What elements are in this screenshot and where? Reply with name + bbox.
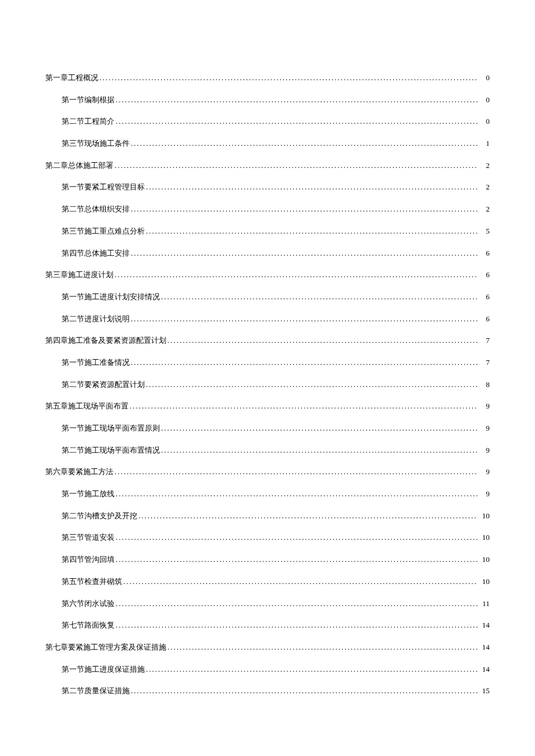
toc-entry: 第二节工程简介0 [45, 110, 490, 132]
toc-page-number: 0 [479, 67, 490, 89]
toc-leader-dots [146, 220, 478, 242]
toc-page-number: 14 [479, 658, 490, 680]
toc-leader-dots [146, 176, 478, 198]
toc-entry: 第二节质量保证措施15 [45, 680, 490, 702]
toc-title: 第二节进度计划说明 [62, 308, 130, 330]
toc-page-number: 9 [479, 461, 490, 483]
toc-entry: 第五节检查井砌筑10 [45, 571, 490, 593]
toc-entry: 第三节施工重点难点分析5 [45, 220, 490, 242]
toc-entry: 第一节编制根据0 [45, 89, 490, 111]
toc-title: 第三节管道安装 [62, 526, 115, 549]
toc-page-number: 10 [479, 505, 490, 527]
toc-leader-dots [116, 549, 478, 571]
toc-page-number: 7 [479, 352, 490, 374]
toc-entry: 第四节总体施工安排6 [45, 242, 490, 264]
toc-page-number: 2 [479, 198, 490, 220]
toc-entry: 第三节管道安装10 [45, 526, 490, 549]
toc-title: 第一节施工准备情况 [62, 352, 130, 374]
toc-page-number: 10 [479, 571, 490, 593]
toc-entry: 第一节施工进度计划安排情况6 [45, 286, 490, 308]
toc-title: 第二节工程简介 [62, 110, 115, 132]
toc-entry: 第一章工程概况0 [45, 67, 490, 89]
toc-leader-dots [131, 352, 478, 374]
toc-leader-dots [116, 110, 478, 132]
toc-leader-dots [116, 483, 478, 505]
toc-page-number: 15 [479, 680, 490, 702]
toc-page-number: 14 [479, 614, 490, 636]
toc-leader-dots [138, 505, 478, 527]
toc-title: 第三节现场施工条件 [62, 132, 130, 155]
toc-leader-dots [115, 155, 478, 177]
toc-leader-dots [130, 395, 478, 417]
toc-leader-dots [116, 593, 478, 615]
toc-page-number: 6 [479, 308, 490, 330]
toc-page-number: 8 [479, 374, 490, 396]
toc-page-number: 5 [479, 220, 490, 242]
toc-leader-dots [116, 89, 478, 111]
toc-page-number: 11 [479, 593, 490, 615]
toc-leader-dots [161, 439, 478, 461]
toc-title: 第五节检查井砌筑 [62, 571, 122, 593]
toc-page-number: 10 [479, 549, 490, 571]
toc-title: 第五章施工现场平面布置 [45, 395, 129, 417]
toc-entry: 第六节闭水试验11 [45, 593, 490, 615]
toc-leader-dots [115, 264, 478, 286]
toc-entry: 第二节总体组织安排2 [45, 198, 490, 220]
toc-title: 第一节施工进度保证措施 [62, 658, 145, 680]
toc-title: 第三章施工进度计划 [45, 264, 113, 286]
toc-title: 第二节沟槽支护及开挖 [62, 505, 137, 527]
toc-leader-dots [131, 680, 478, 702]
toc-entry: 第四章施工准备及要紧资源配置计划7 [45, 329, 490, 352]
toc-page-number: 0 [479, 89, 490, 111]
toc-leader-dots [123, 571, 478, 593]
toc-leader-dots [131, 242, 478, 264]
toc-title: 第二章总体施工部署 [45, 155, 113, 177]
toc-leader-dots [131, 308, 478, 330]
toc-leader-dots [116, 614, 478, 636]
toc-page-number: 6 [479, 286, 490, 308]
toc-title: 第二节施工现场平面布置情况 [62, 439, 160, 461]
toc-leader-dots [161, 417, 478, 439]
toc-entry: 第二节施工现场平面布置情况9 [45, 439, 490, 461]
toc-title: 第二节要紧资源配置计划 [62, 374, 145, 396]
toc-leader-dots [167, 636, 478, 658]
toc-leader-dots [99, 67, 478, 89]
toc-page-number: 9 [479, 439, 490, 461]
toc-page-number: 9 [479, 417, 490, 439]
toc-leader-dots [115, 461, 478, 483]
toc-title: 第一节要紧工程管理目标 [62, 176, 145, 198]
toc-page-number: 2 [479, 155, 490, 177]
toc-entry: 第七节路面恢复14 [45, 614, 490, 636]
toc-entry: 第一节施工进度保证措施14 [45, 658, 490, 680]
toc-page-number: 14 [479, 636, 490, 658]
toc-title: 第七章要紧施工管理方案及保证措施 [45, 636, 166, 658]
toc-leader-dots [146, 658, 478, 680]
toc-leader-dots [167, 329, 478, 352]
toc-leader-dots [131, 132, 478, 155]
toc-entry: 第三节现场施工条件1 [45, 132, 490, 155]
toc-page-number: 9 [479, 395, 490, 417]
toc-title: 第三节施工重点难点分析 [62, 220, 145, 242]
toc-entry: 第三章施工进度计划6 [45, 264, 490, 286]
toc-title: 第四节管沟回填 [62, 549, 115, 571]
toc-entry: 第一节施工现场平面布置原则9 [45, 417, 490, 439]
toc-title: 第七节路面恢复 [62, 614, 115, 636]
toc-title: 第六章要紧施工方法 [45, 461, 113, 483]
toc-leader-dots [116, 526, 478, 549]
toc-entry: 第二节沟槽支护及开挖10 [45, 505, 490, 527]
toc-title: 第六节闭水试验 [62, 593, 115, 615]
toc-entry: 第二节进度计划说明6 [45, 308, 490, 330]
toc-entry: 第七章要紧施工管理方案及保证措施14 [45, 636, 490, 658]
toc-entry: 第二章总体施工部署2 [45, 155, 490, 177]
toc-entry: 第五章施工现场平面布置9 [45, 395, 490, 417]
toc-leader-dots [146, 374, 478, 396]
toc-entry: 第二节要紧资源配置计划8 [45, 374, 490, 396]
toc-page-number: 1 [479, 132, 490, 155]
toc-leader-dots [161, 286, 478, 308]
toc-title: 第一节施工放线 [62, 483, 115, 505]
toc-entry: 第一节施工准备情况7 [45, 352, 490, 374]
toc-title: 第一节编制根据 [62, 89, 115, 111]
toc-page-number: 0 [479, 110, 490, 132]
toc-title: 第一章工程概况 [45, 67, 98, 89]
table-of-contents: 第一章工程概况0第一节编制根据0第二节工程简介0第三节现场施工条件1第二章总体施… [45, 67, 490, 702]
